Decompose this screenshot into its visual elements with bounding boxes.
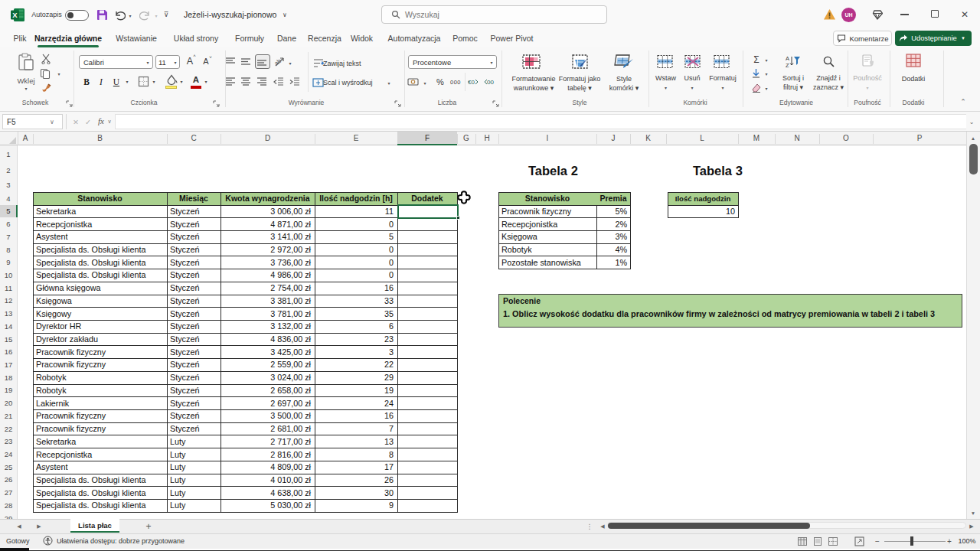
svg-text:00: 00	[487, 79, 494, 86]
svg-text:X: X	[12, 11, 18, 19]
svg-text:€0: €0	[468, 79, 475, 86]
svg-text:A: A	[786, 55, 789, 62]
svg-text:Z: Z	[786, 62, 789, 69]
